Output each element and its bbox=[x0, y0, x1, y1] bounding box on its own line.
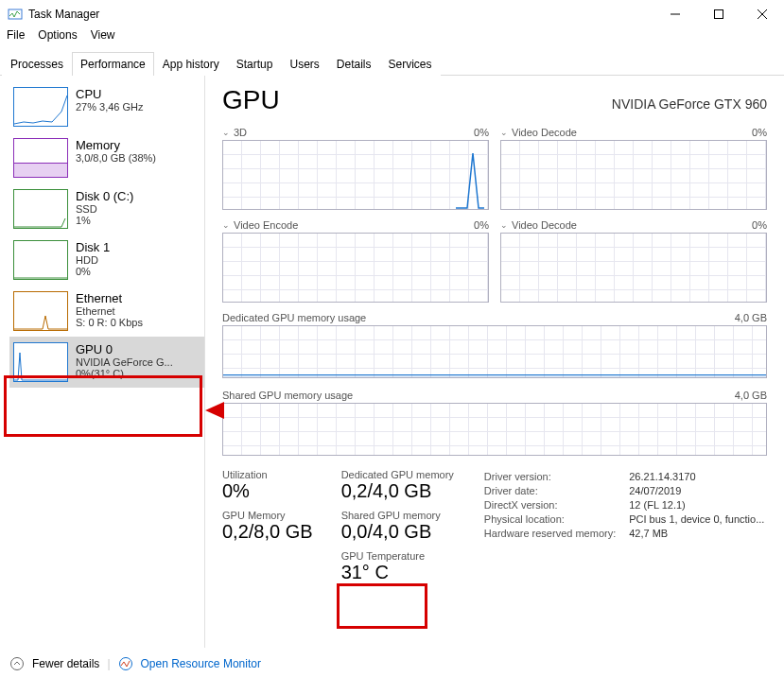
sidebar-disk0-line2: SSD bbox=[76, 203, 133, 215]
graph-vdec1-val: 0% bbox=[752, 127, 767, 138]
sidebar-mem-title: Memory bbox=[76, 138, 156, 152]
svg-rect-2 bbox=[715, 10, 723, 19]
dmem-label: Dedicated GPU memory bbox=[341, 469, 454, 480]
graph-3d-label[interactable]: 3D bbox=[234, 127, 247, 138]
chevron-down-icon[interactable]: ⌄ bbox=[500, 220, 508, 230]
resource-monitor-icon bbox=[118, 656, 133, 671]
thumb-gpu0 bbox=[13, 342, 68, 382]
sidebar-disk1-line3: 0% bbox=[76, 266, 110, 277]
graph-video-decode-2 bbox=[500, 233, 767, 303]
minimize-button[interactable] bbox=[653, 0, 697, 28]
detail-pane: GPU NVIDIA GeForce GTX 960 ⌄3D0% ⌄Video … bbox=[204, 76, 784, 648]
menu-bar: File Options View bbox=[0, 28, 784, 47]
chevron-down-icon[interactable]: ⌄ bbox=[222, 220, 230, 230]
detail-title: GPU bbox=[222, 85, 280, 115]
sidebar-disk1-line2: HDD bbox=[76, 254, 110, 266]
util-label: Utilization bbox=[222, 469, 313, 480]
sidebar-item-disk1[interactable]: Disk 1 HDD 0% bbox=[9, 234, 204, 286]
sidebar-eth-line2: Ethernet bbox=[76, 305, 143, 317]
sidebar-mem-line2: 3,0/8,0 GB (38%) bbox=[76, 152, 156, 164]
graph-dedmem-val: 4,0 GB bbox=[735, 312, 767, 323]
graph-vdec1-label[interactable]: Video Decode bbox=[512, 127, 577, 138]
sidebar-eth-title: Ethernet bbox=[76, 291, 143, 305]
footer: Fewer details | Open Resource Monitor bbox=[9, 656, 261, 671]
graph-dedicated-memory bbox=[222, 325, 767, 378]
menu-file[interactable]: File bbox=[7, 28, 25, 47]
chevron-down-icon[interactable]: ⌄ bbox=[500, 128, 508, 137]
gmem-val: 0,2/8,0 GB bbox=[222, 521, 313, 543]
sidebar: CPU 27% 3,46 GHz Memory 3,0/8,0 GB (38%)… bbox=[0, 76, 204, 648]
sidebar-disk1-title: Disk 1 bbox=[76, 240, 110, 254]
tab-startup[interactable]: Startup bbox=[228, 52, 282, 76]
smem-val: 0,0/4,0 GB bbox=[341, 521, 454, 543]
sidebar-gpu0-line2: NVIDIA GeForce G... bbox=[76, 356, 173, 368]
tab-performance[interactable]: Performance bbox=[72, 52, 154, 76]
sidebar-gpu0-title: GPU 0 bbox=[76, 342, 173, 356]
svg-point-10 bbox=[119, 658, 131, 670]
sidebar-disk0-title: Disk 0 (C:) bbox=[76, 189, 133, 203]
app-icon bbox=[8, 7, 23, 22]
graph-3d-val: 0% bbox=[474, 127, 489, 138]
open-resource-monitor-link[interactable]: Open Resource Monitor bbox=[141, 657, 261, 670]
menu-options[interactable]: Options bbox=[38, 28, 77, 47]
thumb-memory bbox=[13, 138, 68, 178]
chevron-down-icon[interactable]: ⌄ bbox=[222, 128, 230, 137]
thumb-ethernet bbox=[13, 291, 68, 331]
graph-shared-memory bbox=[222, 403, 767, 456]
sidebar-item-gpu0[interactable]: GPU 0 NVIDIA GeForce G... 0%(31° C) bbox=[9, 337, 204, 388]
tab-users[interactable]: Users bbox=[281, 52, 327, 76]
svg-point-9 bbox=[11, 658, 24, 670]
graph-dedmem-label: Dedicated GPU memory usage bbox=[222, 312, 366, 323]
thumb-cpu bbox=[13, 87, 68, 127]
graph-vdec2-val: 0% bbox=[752, 219, 767, 231]
sidebar-item-cpu[interactable]: CPU 27% 3,46 GHz bbox=[9, 81, 204, 132]
detail-subtitle: NVIDIA GeForce GTX 960 bbox=[612, 96, 767, 112]
tab-details[interactable]: Details bbox=[328, 52, 380, 76]
menu-view[interactable]: View bbox=[91, 28, 115, 47]
sidebar-cpu-title: CPU bbox=[76, 87, 144, 101]
gpu-info-table: Driver version:26.21.14.3170 Driver date… bbox=[482, 469, 766, 542]
thumb-disk1 bbox=[13, 240, 68, 280]
dmem-val: 0,2/4,0 GB bbox=[341, 480, 454, 502]
graph-3d bbox=[222, 140, 489, 210]
sidebar-item-disk0[interactable]: Disk 0 (C:) SSD 1% bbox=[9, 183, 204, 234]
temp-val: 31° C bbox=[341, 562, 454, 583]
util-val: 0% bbox=[222, 480, 313, 502]
sidebar-disk0-line3: 1% bbox=[76, 215, 133, 226]
graph-video-encode bbox=[222, 233, 489, 303]
title-bar: Task Manager bbox=[0, 0, 784, 28]
annotation-arrow-icon bbox=[205, 402, 224, 419]
separator: | bbox=[107, 657, 110, 670]
graph-shmem-label: Shared GPU memory usage bbox=[222, 390, 353, 401]
graph-vdec2-label[interactable]: Video Decode bbox=[512, 219, 577, 231]
thumb-disk0 bbox=[13, 189, 68, 229]
gmem-label: GPU Memory bbox=[222, 510, 313, 521]
tab-strip: Processes Performance App history Startu… bbox=[0, 51, 784, 76]
svg-marker-8 bbox=[205, 402, 224, 419]
tab-app-history[interactable]: App history bbox=[154, 52, 228, 76]
close-button[interactable] bbox=[740, 0, 784, 28]
temp-label: GPU Temperature bbox=[341, 550, 454, 562]
graph-venc-val: 0% bbox=[474, 219, 489, 231]
tab-services[interactable]: Services bbox=[380, 52, 441, 76]
window-title: Task Manager bbox=[28, 8, 653, 21]
graph-video-decode-1 bbox=[500, 140, 767, 210]
sidebar-gpu0-line3: 0%(31° C) bbox=[76, 368, 173, 379]
sidebar-item-ethernet[interactable]: Ethernet Ethernet S: 0 R: 0 Kbps bbox=[9, 286, 204, 337]
main-area: CPU 27% 3,46 GHz Memory 3,0/8,0 GB (38%)… bbox=[0, 76, 784, 648]
sidebar-eth-line3: S: 0 R: 0 Kbps bbox=[76, 317, 143, 328]
maximize-button[interactable] bbox=[697, 0, 740, 28]
svg-line-6 bbox=[61, 218, 65, 227]
sidebar-item-memory[interactable]: Memory 3,0/8,0 GB (38%) bbox=[9, 132, 204, 183]
collapse-icon[interactable] bbox=[9, 656, 25, 671]
sidebar-cpu-line2: 27% 3,46 GHz bbox=[76, 101, 144, 113]
graph-venc-label[interactable]: Video Encode bbox=[234, 219, 298, 231]
fewer-details-link[interactable]: Fewer details bbox=[32, 657, 99, 670]
smem-label: Shared GPU memory bbox=[341, 510, 454, 521]
tab-processes[interactable]: Processes bbox=[2, 52, 72, 76]
graph-shmem-val: 4,0 GB bbox=[735, 390, 767, 401]
